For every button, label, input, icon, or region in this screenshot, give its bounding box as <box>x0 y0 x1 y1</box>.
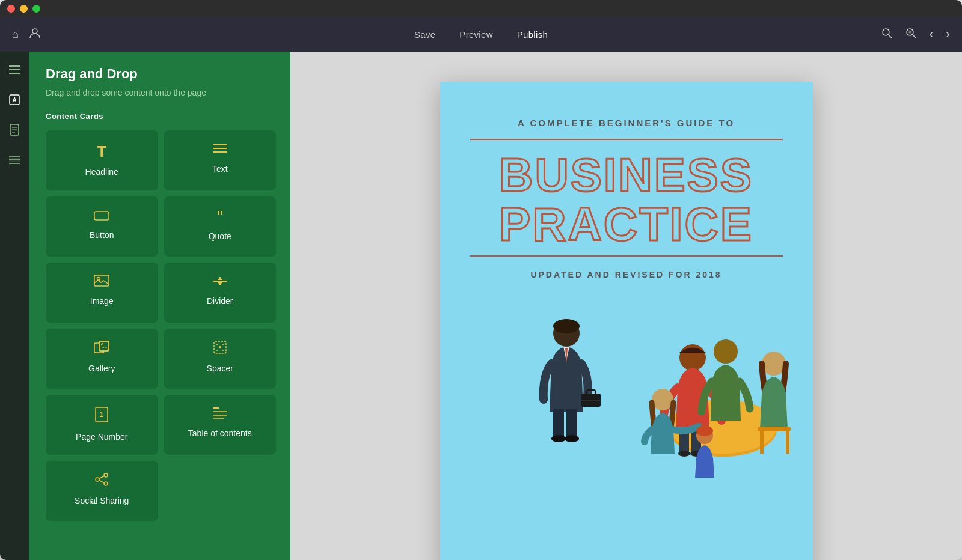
card-headline[interactable]: T Headline <box>46 130 158 190</box>
card-quote[interactable]: " Quote <box>164 196 277 257</box>
svg-text:A: A <box>12 97 16 103</box>
image-icon <box>94 275 109 290</box>
spacer-icon <box>213 341 227 358</box>
divider-icon <box>213 275 227 290</box>
mac-titlebar <box>0 0 962 17</box>
gallery-icon <box>94 341 109 358</box>
cover-updated-text: UPDATED AND REVISED FOR 2018 <box>530 270 721 279</box>
svg-line-2 <box>889 34 892 38</box>
save-button[interactable]: Save <box>414 29 435 40</box>
text-icon <box>213 142 227 158</box>
svg-line-4 <box>913 34 916 38</box>
publish-button[interactable]: Publish <box>517 29 548 40</box>
forward-icon[interactable]: › <box>946 26 950 42</box>
cover-bottom-divider <box>470 255 783 257</box>
toolbar-center: Save Preview Publish <box>414 29 548 40</box>
table-of-contents-icon <box>213 407 227 422</box>
card-divider[interactable]: Divider <box>164 263 277 323</box>
section-label: Content Cards <box>46 112 276 121</box>
home-icon[interactable]: ⌂ <box>12 28 19 41</box>
card-image-label: Image <box>90 296 114 306</box>
svg-rect-23 <box>94 212 109 220</box>
svg-point-49 <box>104 482 108 485</box>
card-spacer-label: Spacer <box>207 364 233 373</box>
content-cards-grid: T Headline Text <box>46 130 276 521</box>
people-svg <box>470 303 813 484</box>
svg-point-47 <box>104 473 108 477</box>
card-headline-label: Headline <box>85 167 118 177</box>
svg-point-59 <box>551 435 566 442</box>
sidebar-list-icon[interactable] <box>5 150 24 169</box>
maximize-button[interactable] <box>32 5 40 13</box>
card-toc-label: Table of contents <box>188 428 252 438</box>
svg-point-0 <box>32 29 37 34</box>
zoom-icon[interactable] <box>905 27 917 42</box>
card-text[interactable]: Text <box>164 130 277 190</box>
card-page-number-label: Page Number <box>76 432 127 442</box>
svg-rect-57 <box>553 409 564 439</box>
toolbar-right: ‹ › <box>881 26 950 42</box>
svg-point-48 <box>96 478 99 481</box>
cover-main-title: BUSINESS PRACTICE <box>499 151 753 249</box>
svg-rect-70 <box>758 427 791 431</box>
social-sharing-icon <box>95 473 108 490</box>
book-cover: A COMPLETE BEGINNER'S GUIDE TO BUSINESS … <box>440 82 813 560</box>
svg-point-73 <box>652 389 673 410</box>
panel-title: Drag and Drop <box>46 66 276 82</box>
svg-rect-19 <box>9 158 20 162</box>
svg-rect-58 <box>566 409 577 439</box>
card-divider-label: Divider <box>207 296 233 306</box>
quote-icon: " <box>217 208 223 225</box>
cover-top-divider <box>470 139 783 140</box>
svg-point-75 <box>696 425 713 436</box>
card-button-label: Button <box>90 230 114 240</box>
svg-point-66 <box>678 451 690 457</box>
card-gallery[interactable]: Gallery <box>46 329 158 389</box>
card-page-number[interactable]: 1 Page Number <box>46 395 158 455</box>
svg-point-36 <box>219 346 221 348</box>
mac-window: ⌂ Save Preview Publish <box>0 0 962 560</box>
sidebar-text-style-icon[interactable]: A <box>5 90 24 109</box>
svg-point-1 <box>883 29 889 35</box>
card-social-sharing-label: Social Sharing <box>75 496 129 505</box>
user-icon[interactable] <box>28 26 41 43</box>
close-button[interactable] <box>7 5 15 13</box>
svg-point-39 <box>222 344 224 345</box>
cover-pre-title: A COMPLETE BEGINNER'S GUIDE TO <box>518 118 735 128</box>
window-controls <box>7 5 40 13</box>
card-spacer[interactable]: Spacer <box>164 329 277 389</box>
svg-line-50 <box>99 476 104 479</box>
left-panel: Drag and Drop Drag and drop some content… <box>29 52 290 560</box>
svg-rect-24 <box>94 275 109 286</box>
card-image[interactable]: Image <box>46 263 158 323</box>
sidebar-page-icon[interactable] <box>5 120 24 139</box>
people-illustration <box>470 303 783 560</box>
svg-marker-30 <box>218 282 222 285</box>
card-table-of-contents[interactable]: Table of contents <box>164 395 277 455</box>
card-gallery-label: Gallery <box>88 364 115 373</box>
sidebar-menu-icon[interactable] <box>5 60 24 79</box>
svg-point-38 <box>222 350 224 351</box>
back-icon[interactable]: ‹ <box>929 26 933 42</box>
toolbar: ⌂ Save Preview Publish <box>0 17 962 52</box>
svg-point-60 <box>565 435 579 442</box>
card-button[interactable]: Button <box>46 196 158 257</box>
card-quote-label: Quote <box>209 231 231 241</box>
svg-rect-32 <box>99 341 109 351</box>
toolbar-left: ⌂ <box>12 26 41 43</box>
preview-button[interactable]: Preview <box>459 29 492 40</box>
canvas-area: A COMPLETE BEGINNER'S GUIDE TO BUSINESS … <box>290 52 962 560</box>
icon-sidebar: A <box>0 52 29 560</box>
headline-icon: T <box>97 142 106 161</box>
search-icon[interactable] <box>881 27 893 42</box>
svg-point-68 <box>714 339 738 364</box>
card-social-sharing[interactable]: Social Sharing <box>46 461 158 521</box>
page-number-icon: 1 <box>95 407 108 426</box>
main-layout: A Drag and <box>0 52 962 560</box>
button-icon <box>94 208 109 224</box>
card-text-label: Text <box>212 164 228 174</box>
minimize-button[interactable] <box>20 5 28 13</box>
svg-point-37 <box>216 344 218 345</box>
svg-point-53 <box>553 319 580 333</box>
svg-marker-29 <box>218 278 222 280</box>
